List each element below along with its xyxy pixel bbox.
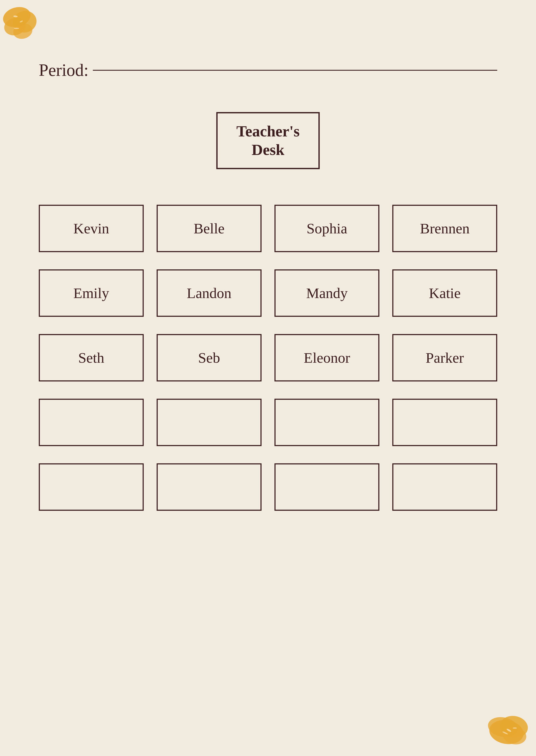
seat-box[interactable] bbox=[392, 464, 497, 511]
period-section: Period: bbox=[39, 60, 497, 80]
seating-grid: KevinBelleSophiaBrennenEmilyLandonMandyK… bbox=[21, 205, 515, 511]
seat-box[interactable]: Katie bbox=[392, 269, 497, 317]
seat-name: Parker bbox=[426, 349, 464, 366]
seat-box[interactable]: Parker bbox=[392, 334, 497, 381]
teachers-desk-box: Teacher's Desk bbox=[216, 112, 320, 169]
seat-box[interactable] bbox=[39, 399, 144, 446]
seat-box[interactable]: Emily bbox=[39, 269, 144, 317]
seat-name: Seb bbox=[198, 349, 220, 366]
seat-box[interactable] bbox=[157, 399, 261, 446]
period-line bbox=[93, 70, 497, 71]
teachers-desk-container: Teacher's Desk bbox=[216, 112, 320, 169]
seat-box[interactable] bbox=[392, 399, 497, 446]
period-label: Period: bbox=[39, 60, 88, 80]
seat-box[interactable]: Seth bbox=[39, 334, 144, 381]
seat-box[interactable] bbox=[275, 464, 379, 511]
seat-box[interactable]: Eleonor bbox=[275, 334, 379, 381]
seat-name: Kevin bbox=[73, 220, 109, 237]
svg-point-12 bbox=[513, 727, 517, 729]
seat-name: Eleonor bbox=[304, 349, 350, 366]
seat-name: Emily bbox=[73, 285, 109, 302]
seat-box[interactable]: Landon bbox=[157, 269, 261, 317]
seat-name: Sophia bbox=[307, 220, 347, 237]
seat-box[interactable] bbox=[275, 399, 379, 446]
seat-box[interactable]: Brennen bbox=[392, 205, 497, 252]
seat-box[interactable]: Kevin bbox=[39, 205, 144, 252]
seat-name: Mandy bbox=[306, 285, 348, 302]
seat-box[interactable]: Sophia bbox=[275, 205, 379, 252]
decoration-bottom-right bbox=[474, 693, 534, 754]
decoration-top-left bbox=[2, 2, 50, 51]
seat-box[interactable]: Mandy bbox=[275, 269, 379, 317]
seat-name: Katie bbox=[429, 285, 461, 302]
teachers-desk-text: Teacher's Desk bbox=[235, 122, 301, 159]
seat-name: Brennen bbox=[420, 220, 469, 237]
seat-box[interactable]: Belle bbox=[157, 205, 261, 252]
seat-box[interactable] bbox=[39, 464, 144, 511]
seat-box[interactable]: Seb bbox=[157, 334, 261, 381]
svg-point-6 bbox=[14, 28, 19, 29]
seat-name: Belle bbox=[194, 220, 225, 237]
seat-name: Seth bbox=[78, 349, 104, 366]
seat-box[interactable] bbox=[157, 464, 261, 511]
seat-name: Landon bbox=[187, 285, 232, 302]
